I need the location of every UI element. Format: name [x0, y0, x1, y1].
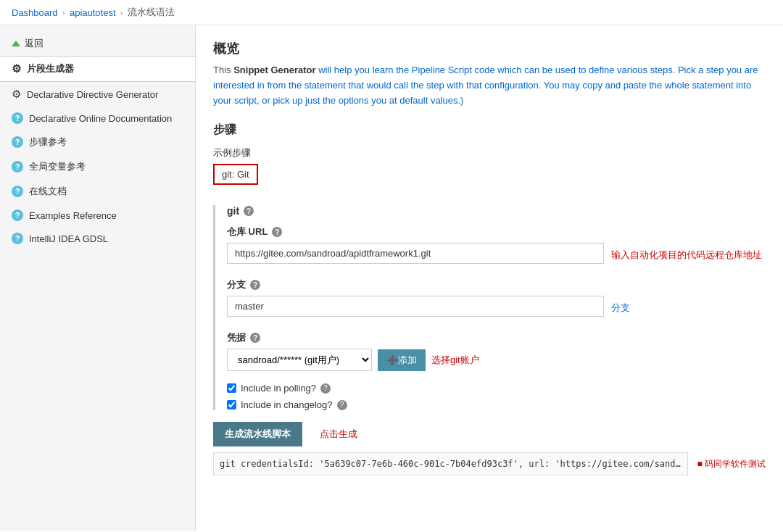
credentials-annotation: 选择git账户 [431, 354, 479, 367]
overview-title: 概览 [213, 40, 766, 57]
form-section: git ? 仓库 URL ? 输入自动化项目的代码远程仓库地址 分支 ? [213, 205, 766, 410]
include-changelog-label: Include in changelog? [241, 399, 333, 410]
gear-icon: ⚙ [12, 62, 21, 75]
sidebar-item-step-ref[interactable]: ? 步骤参考 [0, 130, 195, 154]
repo-url-label: 仓库 URL ? [227, 225, 766, 238]
sidebar-item-examples-ref[interactable]: ? Examples Reference [0, 204, 195, 227]
sidebar-item-label-3: Declarative Online Documentation [29, 113, 172, 124]
example-step-value: git: Git [222, 169, 249, 180]
branch-annotation: 分支 [611, 302, 630, 315]
watermark: ■ 码同学软件测试 [697, 458, 766, 470]
add-credentials-button[interactable]: ➕添加 [378, 349, 426, 371]
example-step-label: 示例步骤 [213, 146, 766, 159]
branch-help-icon[interactable]: ? [250, 280, 260, 290]
branch-label: 分支 ? [227, 278, 766, 291]
topbar-dashboard[interactable]: Dashboard [12, 7, 58, 18]
branch-input[interactable] [227, 296, 604, 317]
include-changelog-row: Include in changelog? ? [227, 399, 766, 410]
sidebar-item-label-5: 全局变量参考 [29, 160, 86, 173]
sidebar-item-global-var[interactable]: ? 全局变量参考 [0, 154, 195, 179]
credentials-row: sandroad/****** (git用户) ➕添加 选择git账户 [227, 349, 766, 371]
repo-url-block: 仓库 URL ? 输入自动化项目的代码远程仓库地址 [227, 225, 766, 267]
generate-row: 生成流水线脚本 点击生成 [213, 422, 766, 446]
sidebar-item-label-7: Examples Reference [29, 210, 117, 221]
overview-prefix: This [213, 65, 233, 75]
question-icon-6: ? [12, 233, 23, 244]
sidebar: 返回 ⚙ 片段生成器 ⚙ Declarative Directive Gener… [0, 25, 196, 531]
credentials-block: 凭据 ? sandroad/****** (git用户) ➕添加 选择git账户 [227, 331, 766, 371]
repo-url-row: 输入自动化项目的代码远程仓库地址 [227, 243, 766, 267]
topbar: Dashboard › apiautotest › 流水线语法 [0, 0, 783, 25]
sidebar-item-intellij-gdsl[interactable]: ? IntelliJ IDEA GDSL [0, 227, 195, 250]
sidebar-item-label-2: Declarative Directive Generator [27, 89, 158, 100]
include-changelog-help-icon[interactable]: ? [337, 400, 347, 410]
sidebar-item-label-6: 在线文档 [29, 185, 67, 198]
sidebar-item-snippet-generator[interactable]: ⚙ 片段生成器 [0, 56, 195, 82]
git-group-title: git ? [227, 205, 766, 217]
repo-url-help-icon[interactable]: ? [272, 227, 282, 237]
generate-button[interactable]: 生成流水线脚本 [213, 422, 302, 446]
back-label: 返回 [25, 37, 44, 50]
question-icon-4: ? [12, 186, 23, 197]
sidebar-item-declarative-directive[interactable]: ⚙ Declarative Directive Generator [0, 82, 195, 107]
git-label: git [227, 205, 239, 217]
question-icon-1: ? [12, 112, 23, 124]
output-code: git credentialsId: '5a639c07-7e6b-460c-9… [213, 452, 688, 475]
topbar-project[interactable]: apiautotest [70, 7, 116, 18]
example-step-select[interactable]: git: Git [213, 164, 258, 185]
question-icon-5: ? [12, 209, 23, 221]
credentials-help-icon[interactable]: ? [250, 333, 260, 343]
include-polling-label: Include in polling? [241, 383, 316, 394]
repo-url-annotation: 输入自动化项目的代码远程仓库地址 [611, 249, 762, 262]
branch-row: 分支 [227, 296, 766, 320]
overview-bold: Snippet Generator [233, 65, 315, 75]
sidebar-item-label-8: IntelliJ IDEA GDSL [29, 233, 108, 244]
question-icon-3: ? [12, 161, 23, 173]
topbar-sep2: › [120, 7, 123, 18]
branch-block: 分支 ? 分支 [227, 278, 766, 320]
include-changelog-checkbox[interactable] [227, 400, 236, 410]
sidebar-item-label-4: 步骤参考 [29, 136, 67, 149]
git-help-icon[interactable]: ? [244, 206, 254, 216]
main-content: 概览 This Snippet Generator will help you … [196, 25, 783, 531]
output-row: git credentialsId: '5a639c07-7e6b-460c-9… [213, 452, 766, 475]
credentials-label: 凭据 ? [227, 331, 766, 344]
topbar-sep1: › [62, 7, 65, 18]
credentials-select[interactable]: sandroad/****** (git用户) [227, 349, 372, 371]
include-polling-row: Include in polling? ? [227, 383, 766, 394]
back-button[interactable]: 返回 [0, 31, 195, 56]
include-polling-help-icon[interactable]: ? [320, 383, 331, 394]
arrow-up-icon [12, 41, 20, 46]
sidebar-item-declarative-docs[interactable]: ? Declarative Online Documentation [0, 107, 195, 130]
gear-icon-2: ⚙ [12, 88, 21, 101]
sidebar-item-online-docs[interactable]: ? 在线文档 [0, 179, 195, 204]
generate-annotation: 点击生成 [320, 428, 357, 441]
overview-text: This Snippet Generator will help you lea… [213, 63, 766, 108]
repo-url-input[interactable] [227, 243, 604, 264]
include-polling-checkbox[interactable] [227, 383, 236, 393]
steps-title: 步骤 [213, 122, 766, 138]
question-icon-2: ? [12, 136, 23, 148]
sidebar-item-label: 片段生成器 [27, 62, 74, 75]
topbar-current: 流水线语法 [128, 6, 175, 19]
